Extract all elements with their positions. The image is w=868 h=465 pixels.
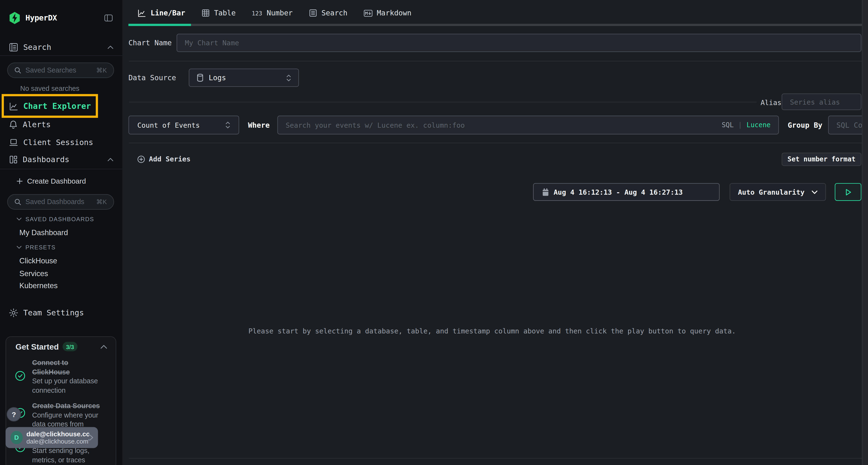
chevron-up-icon[interactable] xyxy=(107,45,113,49)
sidebar-item-alerts[interactable]: Alerts xyxy=(0,115,122,134)
sidebar-item-client-sessions[interactable]: Client Sessions xyxy=(0,133,122,152)
saved-searches-placeholder: Saved Searches xyxy=(26,66,92,74)
collapse-sidebar-icon[interactable] xyxy=(104,13,113,22)
get-started-item-data-sources[interactable]: Create Data Sources Configure where your… xyxy=(32,402,105,429)
tab-label: Line/Bar xyxy=(151,9,185,17)
divider xyxy=(0,56,122,56)
tab-search[interactable]: Search xyxy=(309,9,347,17)
help-button[interactable]: ? xyxy=(7,407,21,422)
sidebar: HyperDX Search xyxy=(0,0,122,465)
sidebar-item-preset-kubernetes[interactable]: Kubernetes xyxy=(19,281,58,290)
presets-group-header[interactable]: PRESETS xyxy=(17,244,56,251)
updown-chevron-icon xyxy=(225,121,230,129)
aggregation-value: Count of Events xyxy=(137,121,199,129)
chevron-down-icon xyxy=(17,245,22,249)
brand-row: HyperDX xyxy=(0,8,122,28)
sidebar-item-label: Dashboards xyxy=(23,155,69,164)
granularity-value: Auto Granularity xyxy=(738,188,804,196)
main-content: Line/Bar Table 123 Number xyxy=(122,0,862,465)
sidebar-item-preset-services[interactable]: Services xyxy=(19,269,48,277)
where-search-input[interactable]: Search your events w/ Lucene ex. column:… xyxy=(277,115,779,134)
document-lines-icon xyxy=(309,9,317,17)
search-page-icon xyxy=(9,42,18,52)
divider xyxy=(129,458,862,459)
saved-dashboards-placeholder: Saved Dashboards xyxy=(26,198,92,206)
brand-name: HyperDX xyxy=(26,13,57,22)
updown-chevron-icon xyxy=(286,74,291,82)
chart-type-tabs: Line/Bar Table 123 Number xyxy=(122,0,862,26)
chevron-up-icon[interactable] xyxy=(107,157,113,161)
chevron-right-icon xyxy=(89,434,94,441)
run-query-play-button[interactable] xyxy=(835,183,861,201)
check-circle-icon xyxy=(15,371,26,381)
chart-name-input[interactable] xyxy=(177,34,861,52)
lucene-mode-toggle[interactable]: Lucene xyxy=(746,121,771,129)
date-range-picker[interactable]: Aug 4 16:12:13 - Aug 4 16:27:13 xyxy=(533,183,720,201)
scrollbar[interactable] xyxy=(862,0,868,465)
tab-number[interactable]: 123 Number xyxy=(252,9,293,17)
circle-plus-icon xyxy=(137,155,145,163)
sidebar-item-search[interactable]: Search xyxy=(0,38,122,56)
avatar: D xyxy=(10,431,23,444)
sidebar-item-preset-clickhouse[interactable]: ClickHouse xyxy=(19,257,57,265)
series-alias-input[interactable] xyxy=(782,94,862,110)
add-series-label: Add Series xyxy=(149,155,191,163)
saved-searches-input[interactable]: Saved Searches ⌘K xyxy=(7,62,114,78)
divider xyxy=(129,102,757,102)
play-icon xyxy=(845,189,851,196)
number-123-icon: 123 xyxy=(252,10,262,16)
mode-separator: | xyxy=(738,121,742,129)
sidebar-item-label: Search xyxy=(23,43,51,52)
add-series-button[interactable]: Add Series xyxy=(137,155,190,163)
date-range-value: Aug 4 16:12:13 - Aug 4 16:27:13 xyxy=(554,188,683,196)
table-icon xyxy=(201,9,210,17)
where-placeholder: Search your events w/ Lucene ex. column:… xyxy=(286,121,722,129)
user-account-button[interactable]: D dale@clickhouse.com dale@clickhouse.co… xyxy=(5,427,98,448)
sidebar-item-label: Alerts xyxy=(23,120,51,129)
annotation-highlight-box xyxy=(2,94,98,118)
sidebar-item-label: Client Sessions xyxy=(23,138,93,147)
data-source-label: Data Source xyxy=(128,73,176,82)
tab-markdown[interactable]: Markdown xyxy=(364,9,411,17)
user-subtitle: dale@clickhouse.com's xyxy=(26,438,89,445)
get-started-item-send-data[interactable]: Start sending logs, metrics, or traces xyxy=(32,446,105,465)
line-chart-icon xyxy=(137,9,146,17)
tab-label: Table xyxy=(214,9,236,17)
set-number-format-button[interactable]: Set number format xyxy=(782,153,862,166)
item-desc: Start sending logs, metrics, or traces xyxy=(32,446,105,465)
get-started-item-connect[interactable]: Connect to ClickHouse Set up your databa… xyxy=(32,359,105,395)
tab-table[interactable]: Table xyxy=(201,9,236,17)
dashboard-grid-icon xyxy=(9,155,18,164)
divider xyxy=(0,169,122,169)
chevron-down-icon xyxy=(17,217,22,221)
saved-dashboards-input[interactable]: Saved Dashboards ⌘K xyxy=(7,194,114,210)
sidebar-item-team-settings[interactable]: Team Settings xyxy=(0,303,122,322)
database-icon xyxy=(196,73,204,82)
markdown-icon xyxy=(364,9,373,17)
sidebar-item-dashboards[interactable]: Dashboards xyxy=(0,150,122,169)
data-source-select[interactable]: Logs xyxy=(189,69,299,87)
item-title: Create Data Sources xyxy=(32,402,105,411)
tab-line-bar[interactable]: Line/Bar xyxy=(137,9,185,17)
laptop-icon xyxy=(9,138,18,146)
group-label: PRESETS xyxy=(26,244,56,251)
divider xyxy=(129,143,862,143)
active-tab-underline xyxy=(128,24,191,26)
aggregation-select[interactable]: Count of Events xyxy=(128,115,239,134)
item-title: Connect to ClickHouse xyxy=(32,359,105,377)
chevron-up-icon[interactable] xyxy=(100,344,107,349)
group-by-label: Group By xyxy=(788,121,823,129)
no-saved-searches-text: No saved searches xyxy=(0,85,100,92)
search-icon xyxy=(14,67,21,74)
tab-label: Markdown xyxy=(377,9,411,17)
sidebar-item-label: Team Settings xyxy=(23,308,84,317)
plus-icon xyxy=(17,178,23,184)
sidebar-item-my-dashboard[interactable]: My Dashboard xyxy=(19,228,68,237)
granularity-select[interactable]: Auto Granularity xyxy=(730,183,826,201)
tab-label: Search xyxy=(321,9,347,17)
sql-mode-toggle[interactable]: SQL xyxy=(722,121,734,129)
saved-dashboards-group-header[interactable]: SAVED DASHBOARDS xyxy=(17,215,94,222)
hyperdx-app: HyperDX Search xyxy=(0,0,868,465)
shortcut-hint: ⌘K xyxy=(96,66,107,74)
create-dashboard-button[interactable]: Create Dashboard xyxy=(0,171,122,190)
